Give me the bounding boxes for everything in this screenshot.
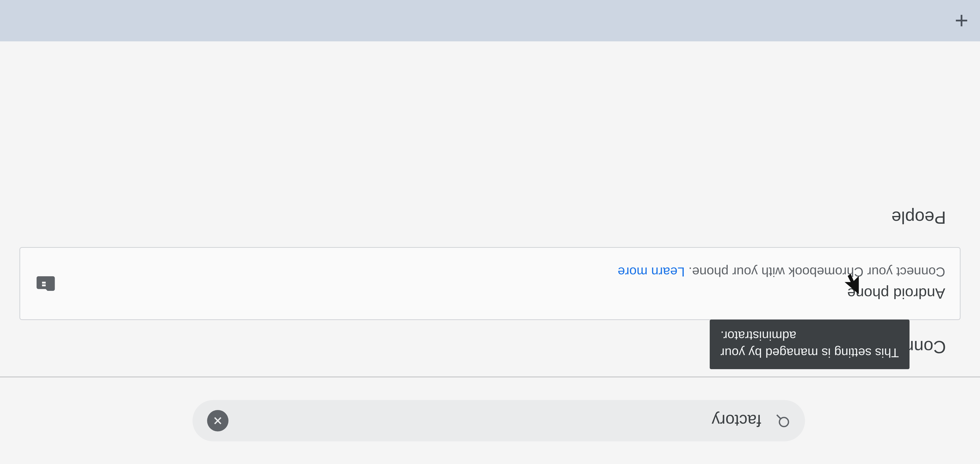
- search-icon: [775, 413, 791, 429]
- managed-icon: [35, 273, 57, 295]
- search-bar[interactable]: [192, 400, 805, 442]
- tab-strip: +: [0, 0, 980, 41]
- android-phone-subtitle: Connect your Chromebook with your phone.…: [57, 265, 945, 280]
- managed-tooltip: This setting is managed by your administ…: [710, 319, 910, 369]
- android-phone-subtitle-text: Connect your Chromebook with your phone.: [688, 265, 945, 280]
- new-tab-button[interactable]: +: [955, 9, 968, 32]
- android-phone-card[interactable]: Android phone Connect your Chromebook wi…: [19, 247, 961, 320]
- svg-point-0: [780, 418, 789, 427]
- search-bar-row: [0, 376, 980, 464]
- close-icon: [212, 415, 223, 426]
- search-input[interactable]: [229, 400, 775, 442]
- settings-content: Connected devices Android phone Connect …: [0, 41, 980, 376]
- svg-line-1: [777, 415, 781, 419]
- clear-search-button[interactable]: [207, 410, 229, 431]
- settings-page: Connected devices Android phone Connect …: [0, 41, 980, 464]
- android-phone-title: Android phone: [57, 285, 945, 303]
- section-title-people: People: [0, 198, 980, 233]
- learn-more-link[interactable]: Learn more: [617, 265, 685, 280]
- android-phone-card-text: Android phone Connect your Chromebook wi…: [57, 265, 945, 303]
